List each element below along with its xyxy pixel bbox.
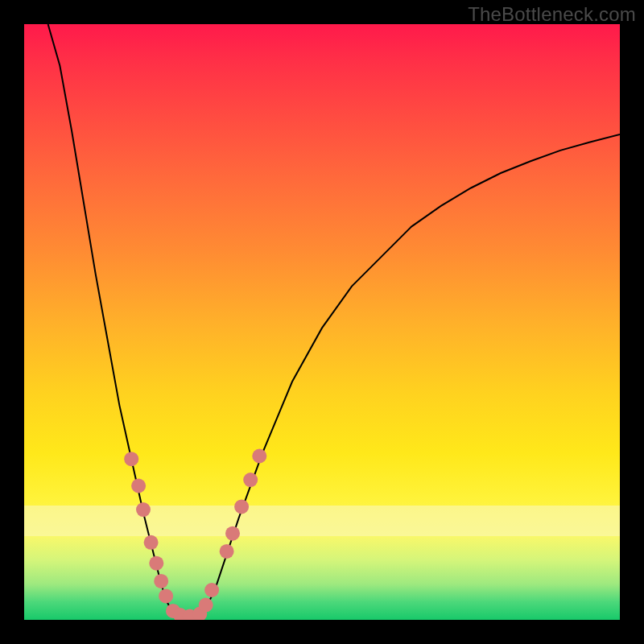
curve-path xyxy=(48,24,620,617)
chart-frame: TheBottleneck.com xyxy=(0,0,644,644)
data-marker xyxy=(199,598,213,613)
data-marker xyxy=(159,588,173,603)
data-marker xyxy=(124,452,138,466)
data-marker xyxy=(243,473,258,487)
marker-group xyxy=(124,449,266,621)
chart-svg xyxy=(24,24,620,620)
data-marker xyxy=(154,574,168,588)
data-marker xyxy=(225,526,240,541)
data-marker xyxy=(220,544,234,559)
watermark-text: TheBottleneck.com xyxy=(468,3,636,26)
data-marker xyxy=(234,499,249,514)
data-marker xyxy=(136,502,151,517)
data-marker xyxy=(252,449,266,464)
data-marker xyxy=(131,479,146,493)
data-marker xyxy=(149,556,163,571)
data-marker xyxy=(144,535,159,550)
data-marker xyxy=(204,583,219,597)
